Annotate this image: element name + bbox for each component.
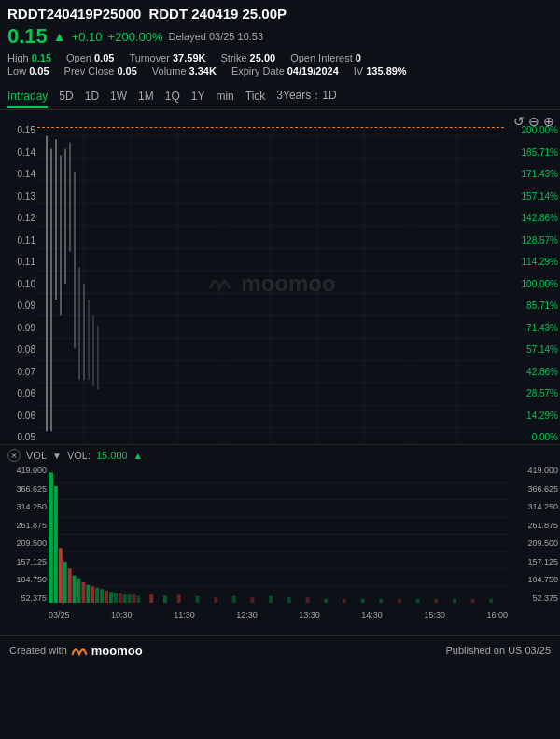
svg-rect-53 [100,589,104,603]
open-value: 0.05 [94,52,114,63]
dashed-price-line [37,127,504,128]
main-chart-container: ↺ ⊖ ⊕ 0.15 0.14 0.14 0.13 0.12 0.11 0.11… [0,110,560,444]
x-label-1130: 11:30 [174,610,195,620]
stats-row-2: Low 0.05 Prev Close 0.05 Volume 3.34K Ex… [7,65,553,77]
y-pct-12: 28.57% [506,388,558,398]
turnover-label: Turnover [129,52,170,63]
svg-rect-49 [81,582,85,603]
prev-close-label: Prev Close [64,65,115,77]
svg-rect-76 [398,599,401,603]
y-label-8: 0.09 [2,300,35,311]
tab-tick[interactable]: Tick [245,87,266,108]
vol-y-366: 366.625 [2,484,47,494]
svg-rect-59 [128,594,132,603]
footer-published: Published on US 03/25 [445,645,551,656]
vol-y-104: 104.750 [2,575,47,584]
svg-rect-64 [177,594,181,603]
svg-rect-47 [73,576,77,603]
tab-1d[interactable]: 1D [85,87,99,108]
prev-close-value: 0.05 [117,65,136,77]
price-pct: +200.00% [108,30,163,44]
svg-rect-72 [324,599,328,603]
svg-rect-42 [49,472,53,603]
low-value: 0.05 [29,65,49,77]
tab-1y[interactable]: 1Y [191,87,205,108]
svg-rect-45 [63,562,67,603]
svg-rect-69 [269,596,273,603]
price-chart-svg [37,123,504,444]
strike-label: Strike [220,52,246,63]
delayed-tag: Delayed 03/25 10:53 [169,31,264,42]
svg-rect-75 [379,599,383,603]
tab-intraday[interactable]: Intraday [7,87,48,108]
undo-button[interactable]: ↺ [513,114,525,129]
iv-value: 135.89% [366,65,406,77]
svg-rect-79 [453,599,456,603]
svg-rect-74 [361,599,365,603]
ticker-main: RDDT240419P25000 [7,6,141,21]
svg-rect-57 [119,593,122,603]
y-pct-10: 57.14% [506,344,558,355]
vol-y-52: 52.375 [2,593,47,603]
vol-label: VOL [26,450,47,461]
y-pct-9: 71.43% [506,323,558,333]
open-label: Open [66,52,91,63]
y-pct-5: 128.57% [506,235,558,245]
chart-svg-wrapper: moomoo [37,123,504,444]
price-arrow: ▲ [53,29,66,44]
tab-1w[interactable]: 1W [110,87,127,108]
y-label-11: 0.07 [2,367,35,377]
strike-value: 25.00 [250,52,276,63]
svg-rect-66 [214,597,217,603]
y-label-9: 0.09 [2,323,35,333]
tab-min[interactable]: min [216,87,233,108]
stat-prev-close: Prev Close 0.05 [64,65,137,77]
vol-header: × VOL ▼ VOL: 15.000 ▲ [0,445,560,466]
y-pct-1: 185.71% [506,147,558,158]
vol-y-157: 157.125 [2,557,47,566]
vol-y-314: 314.250 [2,502,47,511]
zoom-in-button[interactable]: ⊕ [543,114,554,129]
y-label-3: 0.13 [2,191,35,202]
chart-controls: ↺ ⊖ ⊕ [513,114,554,129]
stat-iv: IV 135.89% [354,65,407,77]
y-label-12: 0.06 [2,388,35,398]
price-row: 0.15 ▲ +0.10 +200.00% Delayed 03/25 10:5… [7,24,553,49]
x-label-1330: 13:30 [299,610,320,620]
stat-expiry: Expiry Date 04/19/2024 [231,65,339,77]
expiry-label: Expiry Date [231,65,285,77]
stat-open-interest: Open Interest 0 [290,52,361,63]
stat-volume: Volume 3.34K [152,65,217,77]
vol-y-419: 419.000 [2,466,47,475]
vol-yr-157: 157.125 [510,557,558,566]
tab-5d[interactable]: 5D [59,87,73,108]
ticker-sub: RDDT 240419 25.00P [148,6,287,21]
vol-yr-104: 104.750 [510,575,558,584]
tab-1m[interactable]: 1M [138,87,154,108]
title-row: RDDT240419P25000 RDDT 240419 25.00P [7,6,553,21]
svg-rect-46 [68,568,72,603]
vol-section: × VOL ▼ VOL: 15.000 ▲ 419.000 366.625 31… [0,444,560,635]
expiry-value: 04/19/2024 [287,65,339,77]
vol-dropdown-icon[interactable]: ▼ [52,451,62,461]
price-main: 0.15 [7,24,48,49]
x-axis-labels: 03/25 10:30 11:30 12:30 13:30 14:30 15:3… [49,610,508,620]
vol-yr-261: 261.875 [510,521,558,530]
svg-rect-77 [416,599,420,603]
oi-value: 0 [356,52,361,63]
x-label-1030: 10:30 [111,610,133,620]
x-label-1530: 15:30 [424,610,445,620]
y-label-10: 0.08 [2,344,35,355]
y-label-1: 0.14 [2,147,35,158]
svg-rect-60 [133,594,136,603]
y-label-4: 0.12 [2,213,35,223]
zoom-out-button[interactable]: ⊖ [528,114,539,129]
stats-row-1: High 0.15 Open 0.05 Turnover 37.59K Stri… [7,52,553,63]
y-pct-8: 85.71% [506,300,558,311]
vol-close-button[interactable]: × [7,449,21,462]
tab-3years[interactable]: 3Years：1D [276,85,336,109]
svg-rect-63 [163,596,167,603]
y-label-14: 0.05 [2,432,35,442]
y-label-6: 0.11 [2,257,35,267]
tab-1q[interactable]: 1Q [165,87,180,108]
